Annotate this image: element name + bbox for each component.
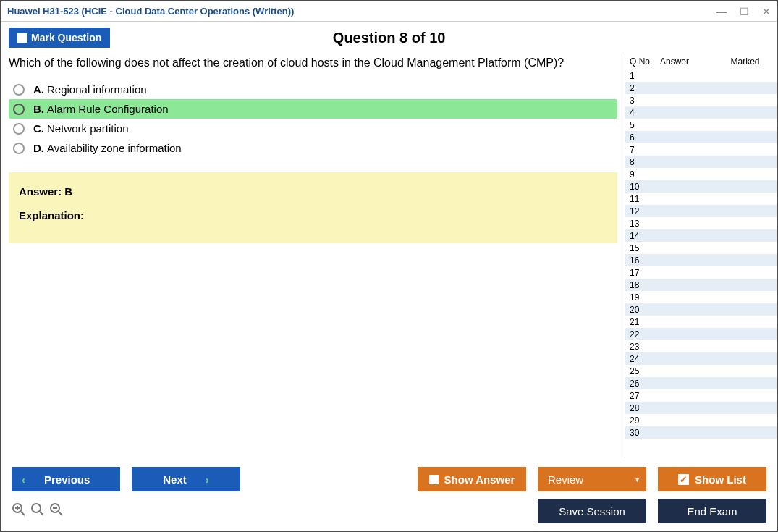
option-row[interactable]: C. Network partition bbox=[9, 119, 617, 138]
button-row-2: Save Session End Exam bbox=[12, 499, 766, 523]
chevron-down-icon: ▾ bbox=[635, 476, 639, 484]
zoom-reset-icon[interactable] bbox=[30, 502, 45, 520]
qno-cell: 13 bbox=[630, 219, 660, 229]
next-label: Next bbox=[163, 473, 187, 486]
save-session-label: Save Session bbox=[559, 505, 625, 518]
qno-cell: 1 bbox=[630, 71, 660, 81]
show-list-button[interactable]: ✓ Show List bbox=[658, 467, 766, 491]
mark-question-label: Mark Question bbox=[31, 32, 101, 43]
qno-cell: 5 bbox=[630, 120, 660, 130]
window-title: Huawei H31-523 (HCIE - Cloud Data Center… bbox=[7, 6, 716, 17]
question-list-row[interactable]: 28 bbox=[625, 402, 777, 414]
question-list-row[interactable]: 30 bbox=[625, 426, 777, 439]
option-letter: C. bbox=[33, 122, 44, 135]
next-button[interactable]: Next › bbox=[132, 467, 240, 491]
show-answer-label: Show Answer bbox=[444, 473, 515, 486]
option-row[interactable]: D. Availability zone information bbox=[9, 138, 617, 158]
close-icon[interactable]: ✕ bbox=[762, 6, 771, 17]
option-letter: B. bbox=[33, 103, 44, 115]
qno-cell: 23 bbox=[630, 342, 660, 352]
qno-cell: 16 bbox=[630, 256, 660, 266]
option-letter: D. bbox=[33, 142, 44, 154]
check-icon: ✓ bbox=[678, 474, 689, 485]
svg-line-5 bbox=[40, 512, 43, 515]
app-window: Huawei H31-523 (HCIE - Cloud Data Center… bbox=[0, 0, 778, 532]
question-list-row[interactable]: 24 bbox=[625, 352, 777, 365]
button-row-1: ‹ Previous Next › Show Answer Review ▾ ✓… bbox=[12, 467, 766, 491]
question-list-row[interactable]: 8 bbox=[625, 156, 777, 168]
end-exam-button[interactable]: End Exam bbox=[658, 499, 766, 523]
question-list-row[interactable]: 9 bbox=[625, 168, 777, 180]
qno-cell: 10 bbox=[630, 182, 660, 192]
question-list-row[interactable]: 22 bbox=[625, 328, 777, 340]
qno-cell: 11 bbox=[630, 194, 660, 204]
question-list-header: Q No. Answer Marked bbox=[625, 54, 777, 69]
question-list-row[interactable]: 17 bbox=[625, 266, 777, 279]
question-list-row[interactable]: 5 bbox=[625, 119, 777, 131]
question-list-row[interactable]: 6 bbox=[625, 131, 777, 143]
question-list-row[interactable]: 25 bbox=[625, 365, 777, 377]
question-counter: Question 8 of 10 bbox=[110, 30, 769, 46]
zoom-in-icon[interactable] bbox=[12, 502, 26, 520]
qno-cell: 7 bbox=[630, 145, 660, 155]
question-list-row[interactable]: 12 bbox=[625, 205, 777, 217]
question-list-row[interactable]: 11 bbox=[625, 193, 777, 205]
option-row[interactable]: A. Regional information bbox=[9, 80, 617, 99]
question-list-row[interactable]: 27 bbox=[625, 389, 777, 402]
question-list-row[interactable]: 15 bbox=[625, 242, 777, 254]
question-list-row[interactable]: 3 bbox=[625, 94, 777, 106]
radio-icon bbox=[13, 104, 25, 115]
titlebar: Huawei H31-523 (HCIE - Cloud Data Center… bbox=[1, 1, 777, 22]
question-list-row[interactable]: 29 bbox=[625, 414, 777, 426]
answer-box: Answer: B Explanation: bbox=[9, 172, 617, 243]
question-list-row[interactable]: 26 bbox=[625, 377, 777, 389]
svg-line-7 bbox=[59, 512, 62, 515]
question-list-row[interactable]: 7 bbox=[625, 143, 777, 156]
end-exam-label: End Exam bbox=[687, 505, 737, 518]
question-list-row[interactable]: 19 bbox=[625, 291, 777, 303]
zoom-out-icon[interactable] bbox=[49, 502, 64, 520]
mark-question-button[interactable]: Mark Question bbox=[9, 28, 110, 48]
option-text: Regional information bbox=[47, 83, 147, 96]
checkbox-icon bbox=[17, 33, 27, 43]
question-list-row[interactable]: 14 bbox=[625, 229, 777, 242]
question-list-row[interactable]: 20 bbox=[625, 303, 777, 316]
window-controls: — ☐ ✕ bbox=[716, 6, 771, 17]
question-list-row[interactable]: 23 bbox=[625, 340, 777, 352]
maximize-icon[interactable]: ☐ bbox=[740, 6, 749, 17]
svg-line-1 bbox=[21, 512, 25, 515]
header-row: Mark Question Question 8 of 10 bbox=[1, 22, 777, 54]
question-list-row[interactable]: 2 bbox=[625, 82, 777, 94]
qno-cell: 30 bbox=[630, 428, 660, 438]
qno-cell: 22 bbox=[630, 329, 660, 339]
save-session-button[interactable]: Save Session bbox=[538, 499, 646, 523]
question-list[interactable]: 1234567891011121314151617181920212223242… bbox=[625, 69, 777, 458]
question-list-row[interactable]: 10 bbox=[625, 180, 777, 193]
option-text: Availability zone information bbox=[47, 142, 182, 154]
question-list-row[interactable]: 21 bbox=[625, 316, 777, 328]
question-list-row[interactable]: 18 bbox=[625, 279, 777, 291]
checkbox-icon bbox=[429, 475, 439, 484]
review-button[interactable]: Review ▾ bbox=[538, 467, 646, 491]
qno-cell: 6 bbox=[630, 132, 660, 143]
option-text: Alarm Rule Configuration bbox=[47, 103, 169, 115]
zoom-controls bbox=[12, 502, 64, 520]
question-list-row[interactable]: 16 bbox=[625, 254, 777, 266]
qno-cell: 27 bbox=[630, 391, 660, 401]
question-list-row[interactable]: 4 bbox=[625, 106, 777, 119]
content-row: Which of the following does not affect t… bbox=[1, 54, 777, 458]
minimize-icon[interactable]: — bbox=[716, 6, 727, 17]
qno-cell: 17 bbox=[630, 268, 660, 278]
qno-cell: 8 bbox=[630, 157, 660, 167]
qno-cell: 4 bbox=[630, 108, 660, 118]
radio-icon bbox=[13, 143, 25, 154]
chevron-left-icon: ‹ bbox=[22, 473, 25, 486]
header-marked: Marked bbox=[718, 56, 772, 67]
question-list-row[interactable]: 13 bbox=[625, 217, 777, 229]
option-row[interactable]: B. Alarm Rule Configuration bbox=[9, 99, 617, 119]
qno-cell: 21 bbox=[630, 317, 660, 327]
show-answer-button[interactable]: Show Answer bbox=[418, 467, 526, 491]
header-answer: Answer bbox=[660, 56, 718, 67]
previous-button[interactable]: ‹ Previous bbox=[12, 467, 120, 491]
question-list-row[interactable]: 1 bbox=[625, 69, 777, 82]
